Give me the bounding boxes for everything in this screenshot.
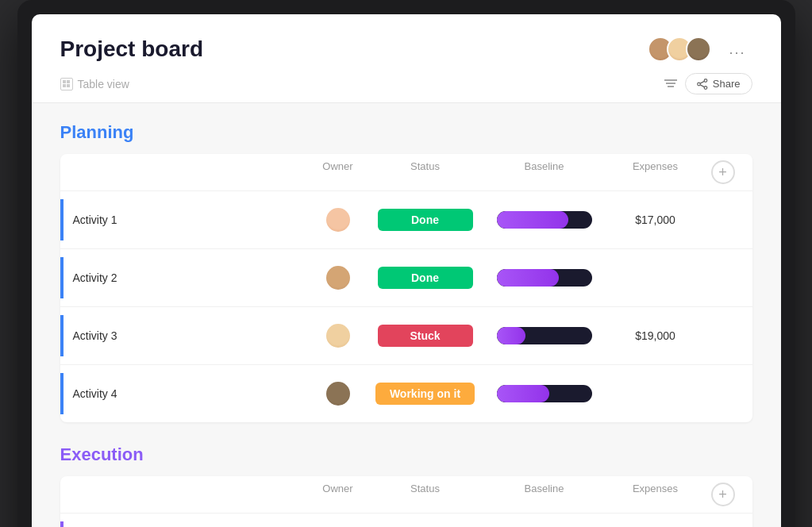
app-window: Project board ... T bbox=[32, 14, 781, 527]
activity-name: Activity 1 bbox=[73, 213, 117, 226]
col-header-status: Status bbox=[370, 483, 481, 506]
main-content: Planning Owner Status Baseline Expenses … bbox=[32, 103, 781, 527]
add-column-button[interactable]: + bbox=[711, 483, 735, 506]
svg-line-10 bbox=[700, 81, 704, 83]
execution-section: Execution Owner Status Baseline Expenses… bbox=[60, 444, 752, 527]
row-accent bbox=[60, 373, 63, 414]
avatar bbox=[326, 208, 350, 232]
filter-icon[interactable] bbox=[664, 78, 677, 90]
table-row: Activity 5 Working on it bbox=[60, 513, 752, 527]
col-header-owner: Owner bbox=[306, 160, 370, 184]
activity-cell: Activity 1 bbox=[60, 191, 306, 248]
expenses-cell: $19,000 bbox=[608, 329, 703, 342]
avatar bbox=[686, 37, 711, 62]
svg-rect-2 bbox=[63, 84, 66, 87]
col-header-status: Status bbox=[370, 160, 481, 184]
progress-bar bbox=[497, 327, 592, 344]
progress-fill bbox=[497, 269, 559, 287]
col-header-baseline: Baseline bbox=[481, 160, 608, 184]
progress-fill bbox=[497, 327, 525, 344]
baseline-cell bbox=[481, 385, 608, 402]
status-cell: Stuck bbox=[370, 325, 481, 347]
table-row: Activity 4 Working on it bbox=[60, 364, 752, 422]
avatar bbox=[326, 324, 350, 348]
share-label: Share bbox=[713, 78, 741, 90]
status-badge[interactable]: Stuck bbox=[378, 325, 473, 347]
progress-bar bbox=[497, 211, 592, 229]
page-header: Project board ... T bbox=[32, 14, 781, 103]
row-accent bbox=[60, 257, 63, 298]
planning-col-headers: Owner Status Baseline Expenses + bbox=[60, 154, 752, 190]
more-options-button[interactable]: ... bbox=[722, 38, 752, 61]
execution-table: Owner Status Baseline Expenses + bbox=[60, 476, 752, 527]
toolbar: Table view Share bbox=[60, 73, 752, 102]
col-header-baseline: Baseline bbox=[481, 483, 608, 506]
section-title-execution: Execution bbox=[60, 444, 752, 465]
table-row: Activity 1 Done $17,0 bbox=[60, 190, 752, 248]
svg-point-7 bbox=[704, 79, 707, 82]
svg-rect-0 bbox=[63, 80, 66, 83]
owner-cell bbox=[306, 208, 370, 232]
owner-cell bbox=[306, 266, 370, 290]
col-header-owner: Owner bbox=[306, 483, 370, 506]
page-title: Project board bbox=[60, 37, 203, 62]
svg-line-11 bbox=[700, 84, 704, 87]
col-header-activity bbox=[75, 160, 306, 184]
status-cell: Working on it bbox=[370, 383, 481, 405]
progress-bar bbox=[497, 269, 592, 287]
section-title-planning: Planning bbox=[60, 122, 752, 143]
owner-cell bbox=[306, 382, 370, 406]
header-actions: ... bbox=[648, 37, 752, 62]
activity-cell: Activity 4 bbox=[60, 365, 306, 422]
status-cell: Done bbox=[370, 267, 481, 289]
share-icon bbox=[697, 79, 708, 90]
expenses-cell: $17,000 bbox=[608, 213, 703, 226]
table-view-button[interactable]: Table view bbox=[60, 75, 129, 94]
baseline-cell bbox=[481, 269, 608, 287]
header-top: Project board ... bbox=[60, 37, 752, 62]
status-badge[interactable]: Working on it bbox=[375, 383, 475, 405]
status-badge[interactable]: Done bbox=[378, 209, 473, 231]
col-add-header: + bbox=[703, 160, 743, 184]
activity-cell: Activity 5 bbox=[60, 514, 306, 527]
collaborators-avatars bbox=[648, 37, 711, 62]
row-accent bbox=[60, 315, 63, 356]
col-header-expenses: Expenses bbox=[608, 160, 703, 184]
planning-section: Planning Owner Status Baseline Expenses … bbox=[60, 122, 752, 422]
status-badge[interactable]: Done bbox=[378, 267, 473, 289]
row-accent bbox=[60, 521, 63, 527]
svg-rect-1 bbox=[67, 80, 70, 83]
table-row: Activity 3 Stuck $19, bbox=[60, 306, 752, 364]
activity-name: Activity 2 bbox=[73, 271, 117, 284]
activity-name: Activity 3 bbox=[73, 329, 117, 342]
toolbar-right: Share bbox=[664, 73, 752, 94]
activity-cell: Activity 2 bbox=[60, 249, 306, 306]
avatar bbox=[326, 266, 350, 290]
activity-cell: Activity 3 bbox=[60, 307, 306, 364]
progress-fill bbox=[497, 211, 568, 229]
baseline-cell bbox=[481, 327, 608, 344]
svg-point-9 bbox=[697, 83, 700, 86]
execution-col-headers: Owner Status Baseline Expenses + bbox=[60, 476, 752, 513]
col-header-activity bbox=[75, 483, 306, 506]
svg-rect-3 bbox=[67, 84, 70, 87]
progress-fill bbox=[497, 385, 549, 402]
row-accent bbox=[60, 199, 63, 240]
status-cell: Done bbox=[370, 209, 481, 231]
planning-table: Owner Status Baseline Expenses + bbox=[60, 154, 752, 422]
table-view-label: Table view bbox=[78, 78, 129, 90]
table-row: Activity 2 Done bbox=[60, 248, 752, 306]
activity-name: Activity 4 bbox=[73, 387, 117, 400]
owner-cell bbox=[306, 324, 370, 348]
avatar bbox=[326, 382, 350, 406]
device-frame: Project board ... T bbox=[17, 0, 795, 527]
baseline-cell bbox=[481, 211, 608, 229]
col-add-header: + bbox=[703, 483, 743, 506]
svg-point-8 bbox=[704, 86, 707, 89]
add-column-button[interactable]: + bbox=[711, 160, 735, 184]
progress-bar bbox=[497, 385, 592, 402]
share-button[interactable]: Share bbox=[685, 73, 752, 94]
col-header-expenses: Expenses bbox=[608, 483, 703, 506]
table-view-icon bbox=[60, 78, 73, 90]
